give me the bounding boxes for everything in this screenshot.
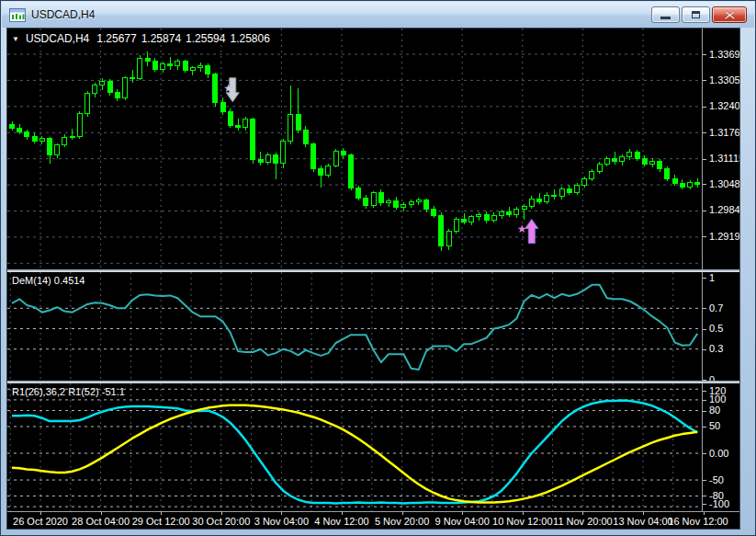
r1-axis-label: 80 — [709, 405, 720, 416]
r1-indicator-panel[interactable]: R1(26),36,2 R1(52) -51.1 12010080500.00-… — [7, 383, 739, 511]
date-axis-tick — [643, 512, 644, 515]
dem-axis-tick — [703, 329, 706, 330]
date-axis-label: 16 Nov 12:00 — [668, 516, 728, 527]
price-axis-tick — [703, 107, 706, 108]
price-axis-label: 1.30485 — [709, 179, 739, 189]
minimize-icon — [660, 17, 671, 19]
candles-layer — [10, 51, 700, 251]
chart-close-value: 1.25806 — [230, 32, 269, 45]
dem-indicator-label: DeM(14) 0.4514 — [12, 275, 85, 286]
close-button[interactable] — [712, 6, 747, 23]
price-chart-panel[interactable]: ★★ ▼ USDCAD,H4 1.25677 1.25874 1.25594 1… — [7, 29, 739, 269]
r1-axis-label: -50 — [709, 475, 724, 485]
chart-open-value: 1.25677 — [96, 32, 136, 45]
dem-axis-label: 0.3 — [709, 344, 723, 354]
sell-star-marker[interactable]: ★ — [223, 82, 233, 95]
date-axis-label: 9 Nov 04:00 — [435, 516, 490, 527]
vertical-gridlines — [40, 29, 643, 269]
price-axis[interactable]: 1.336951.330501.324051.317601.311151.304… — [702, 29, 739, 269]
date-axis-label: 26 Oct 2020 — [13, 516, 68, 527]
date-axis-label: 3 Nov 04:00 — [254, 516, 309, 527]
date-axis-label: 29 Oct 12:00 — [132, 516, 190, 527]
restore-button[interactable] — [682, 6, 710, 23]
price-axis-label: 1.29195 — [709, 232, 739, 242]
date-axis-tick — [402, 512, 403, 515]
date-axis-tick — [342, 512, 343, 515]
dem-axis-tick — [703, 308, 706, 309]
date-axis-label: 5 Nov 20:00 — [375, 516, 429, 527]
restore-icon — [692, 11, 700, 18]
chart-ohlc-header: ▼ USDCAD,H4 1.25677 1.25874 1.25594 1.25… — [12, 32, 270, 45]
dem-axis-label: 0.7 — [709, 303, 723, 314]
date-axis[interactable]: 26 Oct 202028 Oct 04:0029 Oct 12:0030 Oc… — [7, 511, 739, 529]
r1-axis-label: -100 — [709, 499, 729, 509]
mt4-chart-window: USDCAD,H4 ★★ ▼ USDCAD,H4 1.25677 1.25874 — [0, 0, 756, 536]
r1-axis-label: 100 — [709, 394, 726, 405]
date-axis-label: 28 Oct 04:00 — [72, 516, 130, 527]
dem-axis[interactable]: 10.70.50.30 — [702, 272, 739, 381]
date-axis-tick — [221, 512, 222, 515]
chart-client-area: ★★ ▼ USDCAD,H4 1.25677 1.25874 1.25594 1… — [6, 28, 740, 530]
price-axis-tick — [703, 236, 706, 237]
r1-axis[interactable]: 12010080500.00-50-80-100 — [702, 383, 739, 511]
r1-axis-label: 50 — [709, 421, 720, 431]
date-axis-label: 30 Oct 20:00 — [192, 516, 250, 527]
price-axis-label: 1.33050 — [709, 75, 739, 86]
window-controls — [651, 6, 747, 23]
price-axis-tick — [703, 159, 706, 160]
chart-symbol-period: USDCAD,H4 — [26, 32, 89, 45]
minimize-button[interactable] — [651, 6, 680, 23]
price-axis-tick — [703, 184, 706, 185]
buy-star-marker[interactable]: ★ — [517, 222, 527, 235]
date-axis-tick — [101, 512, 102, 515]
chart-low-value: 1.25594 — [186, 32, 225, 45]
r1-axis-tick — [703, 400, 706, 401]
price-chart-plot[interactable]: ★★ — [7, 29, 702, 269]
date-axis-label: 10 Nov 12:00 — [492, 516, 552, 527]
date-axis-tick — [462, 512, 463, 515]
vertical-gridlines — [10, 383, 673, 511]
r1-axis-tick — [703, 391, 706, 392]
dem-line — [12, 285, 697, 370]
r1-indicator-label: R1(26),36,2 R1(52) -51.1 — [12, 386, 125, 397]
price-axis-label: 1.32405 — [709, 101, 739, 111]
dem-indicator-panel[interactable]: DeM(14) 0.4514 10.70.50.30 — [7, 272, 739, 381]
date-axis-tick — [40, 512, 41, 515]
r1-axis-tick — [703, 504, 706, 505]
date-axis-tick — [523, 512, 524, 515]
price-axis-label: 1.31115 — [709, 154, 739, 164]
dem-indicator-plot[interactable] — [7, 272, 702, 381]
dem-axis-tick — [703, 278, 706, 279]
r1-axis-tick — [703, 427, 706, 428]
date-axis-tick — [582, 512, 583, 515]
price-axis-tick — [703, 54, 706, 55]
window-title: USDCAD,H4 — [31, 8, 95, 21]
buy-arrow-marker[interactable] — [525, 220, 538, 244]
price-axis-tick — [703, 132, 706, 133]
r1-line-2 — [12, 405, 697, 503]
dem-axis-label: 0.5 — [709, 324, 723, 334]
date-axis-tick — [704, 512, 705, 515]
r1-axis-label: 0.00 — [709, 449, 728, 459]
price-axis-tick — [703, 80, 706, 81]
r1-line-1 — [12, 401, 697, 504]
date-axis-label: 4 Nov 12:00 — [314, 516, 368, 527]
chart-high-value: 1.25874 — [141, 32, 181, 45]
dem-axis-tick — [703, 349, 706, 350]
r1-axis-tick — [703, 496, 706, 496]
r1-indicator-plot[interactable] — [7, 383, 702, 511]
close-icon — [725, 11, 735, 19]
window-titlebar[interactable]: USDCAD,H4 — [2, 2, 754, 28]
chart-window-icon — [9, 8, 26, 22]
r1-axis-tick — [703, 480, 706, 481]
date-axis-tick — [281, 512, 282, 515]
r1-axis-tick — [703, 411, 706, 412]
r1-axis-tick — [703, 453, 706, 454]
date-axis-label: 11 Nov 20:00 — [553, 516, 613, 527]
date-axis-tick — [161, 512, 162, 515]
vertical-gridlines — [10, 272, 673, 381]
price-axis-label: 1.31760 — [709, 128, 739, 138]
collapse-triangle-icon: ▼ — [12, 35, 19, 43]
price-axis-label: 1.29840 — [709, 205, 739, 215]
date-axis-label: 13 Nov 04:00 — [613, 516, 672, 527]
